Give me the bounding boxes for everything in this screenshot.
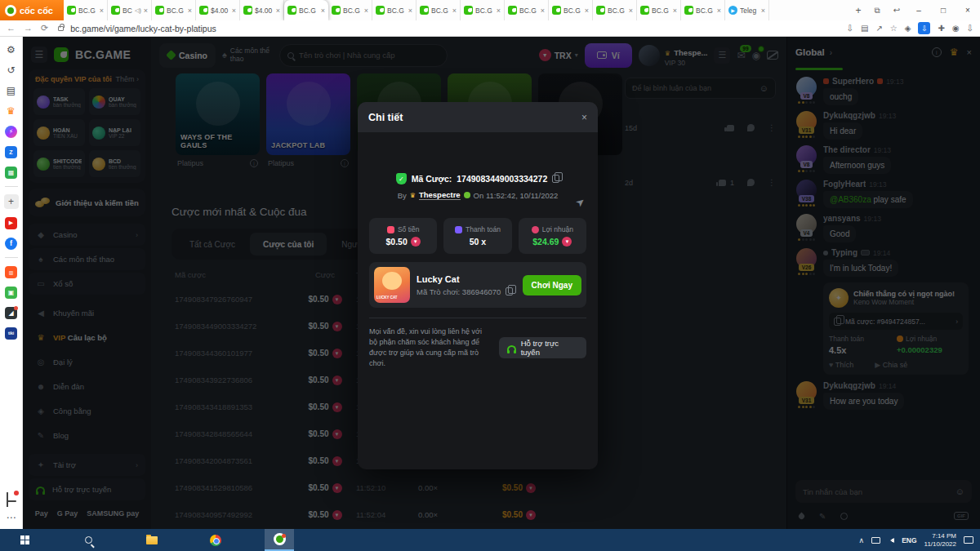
language-indicator[interactable]: ENG	[902, 536, 916, 544]
bc-favicon	[596, 6, 605, 15]
play-now-button[interactable]: Chơi Ngay	[523, 275, 581, 295]
coccoc-taskbar-icon[interactable]	[265, 529, 294, 551]
games-icon[interactable]: ▦	[5, 166, 18, 179]
browser-tab[interactable]: $4.00×	[240, 0, 284, 20]
tab-close-icon[interactable]: ×	[717, 7, 721, 15]
browser-tab[interactable]: BC.G×	[328, 0, 372, 20]
save-page-icon[interactable]: ⇩	[847, 24, 853, 33]
add-shortcut-button[interactable]: +	[4, 194, 19, 209]
download-active-icon[interactable]: ⇩	[918, 22, 930, 34]
tab-title: $4.00	[211, 7, 229, 15]
tab-title: BC.G	[387, 7, 406, 15]
browser-tab[interactable]: BC.G×	[505, 0, 549, 20]
tab-close-icon[interactable]: ×	[629, 7, 633, 15]
more-icon[interactable]: ⋯	[5, 511, 18, 524]
extensions-icon[interactable]: ✚	[938, 24, 944, 33]
crown-icon[interactable]: ♛	[5, 104, 18, 118]
modal-close-icon[interactable]: ×	[581, 112, 587, 123]
tab-close-icon[interactable]: ×	[761, 7, 765, 15]
browser-tab[interactable]: $4.00×	[196, 0, 240, 20]
bc-favicon	[464, 6, 473, 15]
tab-close-icon[interactable]: ×	[673, 7, 677, 15]
browser-tab[interactable]: BC.G×	[549, 0, 593, 20]
live-support-button[interactable]: Hỗ trợ trực tuyến	[499, 337, 586, 358]
file-explorer-icon[interactable]	[137, 529, 167, 551]
support-text: Mọi vấn đề, xin vui lòng liên hệ với bộ …	[369, 327, 491, 369]
browser-tab[interactable]: BC.G×	[284, 0, 328, 20]
start-button[interactable]	[10, 529, 39, 551]
copy-icon[interactable]	[506, 287, 513, 295]
player-name[interactable]: Thespectre	[419, 190, 461, 200]
card-icon	[455, 226, 462, 233]
tab-close-icon[interactable]: ×	[188, 7, 192, 15]
bet-stats: Số tiền $0.50▼ Thanh toán 50 x Lợi nhuận…	[369, 218, 586, 254]
shopping-icon[interactable]: ▥	[5, 265, 18, 278]
browser-tab[interactable]: BC.G×	[64, 0, 108, 20]
shield-icon[interactable]: ◈	[905, 24, 911, 33]
browser-tab[interactable]: BC◁)×	[108, 0, 152, 20]
tab-close-icon[interactable]: ×	[321, 7, 325, 15]
share-icon[interactable]: ↗	[875, 24, 882, 33]
tab-close-icon[interactable]: ×	[497, 7, 501, 15]
window-controls: ⧉ ↩ – □ ×	[867, 0, 980, 20]
minimize-button[interactable]: –	[906, 0, 931, 20]
history-icon[interactable]: ↺	[5, 64, 18, 77]
tab-title: BC.G	[299, 7, 318, 15]
new-tab-button[interactable]: +	[849, 5, 867, 16]
browser-tab[interactable]: BC.G×	[372, 0, 416, 20]
volume-icon[interactable]	[888, 538, 894, 543]
forward-icon[interactable]: →	[24, 23, 33, 33]
browser-tab[interactable]: BC.G×	[461, 0, 505, 20]
network-icon[interactable]	[871, 537, 880, 544]
notifications-bell-icon[interactable]	[5, 491, 18, 504]
tiki-icon[interactable]: tiki	[5, 327, 18, 340]
zalo-icon[interactable]: Z	[5, 145, 18, 158]
browser-tab[interactable]: BC.G×	[637, 0, 681, 20]
modal-title: Chi tiết	[368, 112, 403, 123]
back-icon[interactable]: ←	[7, 23, 16, 33]
clock[interactable]: 7:14 PM 11/10/2022	[924, 532, 956, 549]
newsfeed-icon[interactable]: ▤	[5, 84, 18, 97]
utilities-icon[interactable]: ▣	[5, 286, 18, 299]
maximize-button[interactable]: □	[931, 0, 956, 20]
tab-close-icon[interactable]: ×	[541, 7, 545, 15]
copy-icon[interactable]	[552, 175, 559, 183]
chrome-icon[interactable]	[201, 529, 230, 551]
tab-close-icon[interactable]: ×	[585, 7, 589, 15]
browser-tab[interactable]: ▶Teleg×	[725, 0, 769, 20]
lock-icon[interactable]	[58, 26, 64, 31]
hidden-icons-caret[interactable]: ∧	[859, 536, 865, 544]
profile-icon[interactable]: ◉	[952, 24, 960, 33]
settings-icon[interactable]: ⚙	[5, 43, 18, 56]
tab-close-icon[interactable]: ×	[232, 7, 236, 15]
browser-tab[interactable]: BC.G×	[152, 0, 196, 20]
downloads-icon[interactable]: ⇩	[967, 24, 973, 33]
tab-title: BC.G	[696, 7, 715, 15]
lucky-cat-thumbnail[interactable]: LUCKY CAT	[374, 267, 410, 303]
facebook-icon[interactable]: f	[5, 237, 18, 250]
browser-tab[interactable]: BC.G×	[416, 0, 461, 20]
browser-tab[interactable]: BC.G×	[681, 0, 725, 20]
tab-close-icon[interactable]: ×	[452, 7, 457, 15]
tab-close-icon[interactable]: ×	[144, 7, 148, 15]
reload-icon[interactable]: ⟳	[41, 23, 48, 33]
action-center-icon[interactable]	[964, 536, 973, 544]
recent-tabs-icon[interactable]: ↩	[887, 6, 906, 15]
tab-close-icon[interactable]: ×	[364, 7, 368, 15]
education-icon[interactable]: ◢	[5, 306, 18, 319]
tab-search-icon[interactable]: ⧉	[867, 6, 887, 16]
url-text[interactable]: bc.game/vi/game/lucky-cat-by-platipus	[70, 24, 840, 33]
game-name: Lucky Cat	[416, 274, 516, 284]
browser-tab[interactable]: BC.G×	[593, 0, 637, 20]
tab-close-icon[interactable]: ×	[276, 7, 280, 15]
tab-close-icon[interactable]: ×	[100, 7, 104, 15]
translate-icon[interactable]: ▤	[861, 24, 868, 33]
youtube-icon[interactable]: ▶	[5, 216, 18, 229]
close-button[interactable]: ×	[956, 0, 980, 20]
tab-audio-icon[interactable]: ◁)	[135, 7, 141, 14]
bookmark-star-icon[interactable]: ☆	[890, 24, 898, 33]
coccoc-brand-button[interactable]: cốc cốc	[0, 0, 64, 20]
messenger-icon[interactable]: ⚡	[5, 125, 18, 138]
tab-close-icon[interactable]: ×	[408, 7, 412, 15]
taskbar-search-icon[interactable]	[74, 529, 103, 551]
